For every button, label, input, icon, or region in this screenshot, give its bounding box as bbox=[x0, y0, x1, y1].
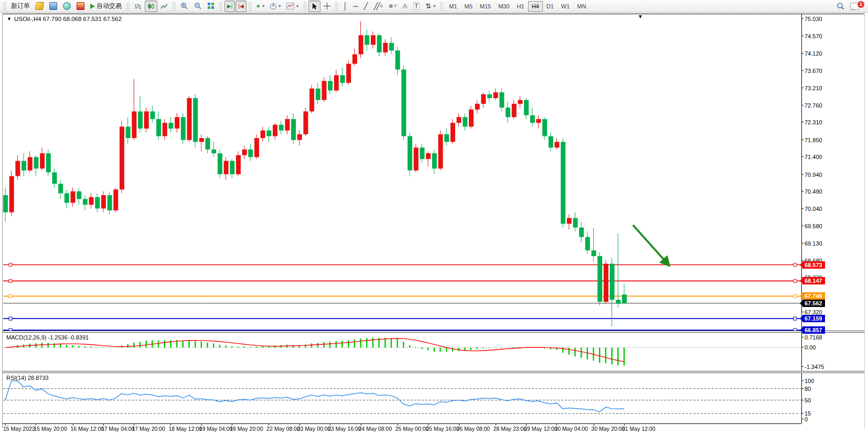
crosshair-button[interactable] bbox=[321, 1, 333, 12]
price-tick: 70.040 bbox=[805, 206, 822, 212]
toolbar-grip[interactable] bbox=[219, 2, 222, 10]
auto-scroll-icon: ▶| bbox=[227, 3, 232, 9]
cursor-button[interactable] bbox=[308, 1, 320, 12]
bar-chart-button[interactable] bbox=[132, 1, 144, 12]
trendline-icon: ╱ bbox=[364, 3, 368, 9]
text-tool[interactable]: A bbox=[400, 1, 410, 12]
mt4-application: 新订单 自动交易 ▶| |◀ bbox=[0, 0, 868, 435]
tile-windows-button[interactable] bbox=[205, 1, 217, 12]
macd-canvas[interactable] bbox=[3, 333, 801, 371]
horizontal-line-tool[interactable]: ─ bbox=[350, 1, 360, 12]
signals-button[interactable] bbox=[60, 1, 73, 12]
search-icon bbox=[837, 2, 844, 10]
line-chart-icon bbox=[160, 3, 168, 10]
one-click-trading-toggle[interactable]: ▼ bbox=[7, 16, 12, 22]
vertical-line-tool[interactable]: │ bbox=[340, 1, 350, 12]
timeframe-m5[interactable]: M5 bbox=[461, 1, 476, 12]
tile-windows-icon bbox=[208, 3, 215, 9]
price-tick: 70.490 bbox=[805, 188, 822, 195]
time-label: 19 May 04:00 bbox=[199, 426, 233, 432]
indicators-button[interactable]: ▾ bbox=[284, 1, 301, 12]
toolbar-grip[interactable] bbox=[303, 2, 306, 10]
toolbar-grip[interactable] bbox=[335, 2, 338, 10]
auto-scroll-button[interactable]: ▶| bbox=[224, 1, 235, 12]
channel-icon: ╱╱ bbox=[373, 3, 379, 9]
time-label: 19 May 20:00 bbox=[230, 426, 263, 432]
market-button[interactable] bbox=[74, 1, 87, 12]
arrows-tool[interactable]: ⇅ ▾ bbox=[423, 1, 438, 12]
timeframe-m1[interactable]: M1 bbox=[445, 1, 460, 12]
vertical-line-icon: │ bbox=[343, 3, 347, 9]
timeframe-w1[interactable]: W1 bbox=[558, 1, 574, 12]
price-tag-66.857[interactable]: 66.857 bbox=[802, 326, 825, 334]
scroll-end-marker[interactable]: ▼ bbox=[638, 14, 643, 19]
trendline-tool[interactable]: ╱ bbox=[361, 1, 371, 12]
macd-tick: 0.00 bbox=[805, 344, 816, 351]
rsi-canvas[interactable] bbox=[3, 374, 801, 423]
signals-icon bbox=[63, 2, 71, 10]
window-right-edge bbox=[864, 14, 865, 428]
time-label: 26 May 08:00 bbox=[457, 426, 490, 432]
timeframe-m15[interactable]: M15 bbox=[476, 1, 495, 12]
symbol-ohlc-label: USOil-,H4 67.790 68.068 67.531 67.562 bbox=[14, 16, 122, 22]
price-tag-67.159[interactable]: 67.159 bbox=[802, 315, 825, 322]
price-tick: 70.940 bbox=[805, 172, 822, 178]
time-label: 17 May 20:00 bbox=[132, 426, 165, 432]
price-tick: 75.030 bbox=[805, 16, 822, 22]
timeframe-d1[interactable]: D1 bbox=[543, 1, 558, 12]
arrow-drawing-object[interactable] bbox=[629, 222, 677, 274]
price-tag-68.573[interactable]: 68.573 bbox=[802, 261, 825, 269]
periods-button[interactable]: ▾ bbox=[267, 1, 283, 12]
window-left-edge bbox=[2, 14, 3, 428]
price-tag-67.749[interactable]: 67.749 bbox=[802, 292, 825, 300]
terminal-icon bbox=[49, 2, 57, 10]
toolbar-grip[interactable] bbox=[249, 2, 252, 10]
time-label: 30 May 04:00 bbox=[554, 426, 588, 432]
indicators-icon bbox=[286, 3, 294, 9]
time-label: 30 May 20:00 bbox=[592, 426, 625, 432]
time-label: 15 May 20:00 bbox=[34, 426, 67, 432]
timeframe-h4[interactable]: H4 bbox=[528, 1, 543, 12]
search-button[interactable] bbox=[834, 1, 847, 12]
candlestick-chart-button[interactable] bbox=[145, 1, 157, 12]
time-label: 15 May 2023 bbox=[3, 426, 35, 432]
price-tag-68.147[interactable]: 68.147 bbox=[802, 277, 825, 284]
dropdown-icon: ▾ bbox=[296, 4, 298, 8]
rsi-tick: 0 bbox=[805, 416, 808, 422]
toolbar-grip[interactable] bbox=[126, 2, 130, 10]
terminal-button[interactable] bbox=[47, 1, 60, 12]
fibonacci-tool[interactable]: ≡ F bbox=[386, 1, 399, 12]
new-order-button[interactable]: 新订单 bbox=[8, 1, 33, 12]
price-tick: 74.120 bbox=[805, 50, 822, 57]
timeframe-mn[interactable]: MN bbox=[573, 1, 590, 12]
charts-button[interactable] bbox=[33, 1, 46, 12]
dropdown-icon: ▾ bbox=[278, 4, 281, 8]
pane-separator-macd[interactable] bbox=[3, 331, 864, 333]
chart-shift-button[interactable]: |◀ bbox=[235, 1, 246, 12]
price-axis-line bbox=[801, 14, 802, 423]
notifications-button[interactable]: 1 bbox=[848, 1, 866, 12]
autotrading-button[interactable]: 自动交易 bbox=[88, 1, 124, 12]
line-chart-button[interactable] bbox=[158, 1, 170, 12]
new-chart-button[interactable]: + ▾ bbox=[254, 1, 267, 12]
price-tick: 72.310 bbox=[805, 119, 822, 125]
equidistant-channel-tool[interactable]: ╱╱ E bbox=[371, 1, 385, 12]
pane-separator-rsi[interactable] bbox=[3, 371, 864, 373]
text-tool-icon: A bbox=[403, 3, 408, 9]
price-tag-67.562[interactable]: 67.562 bbox=[802, 300, 825, 307]
timeframe-h1[interactable]: H1 bbox=[513, 1, 528, 12]
macd-tick: 0.7168 bbox=[805, 334, 822, 341]
timeframe-m30[interactable]: M30 bbox=[495, 1, 513, 12]
toolbar-grip[interactable] bbox=[440, 2, 443, 10]
label-tool[interactable]: T bbox=[411, 1, 423, 12]
toolbar-grip[interactable] bbox=[173, 2, 176, 10]
time-label: 24 May 08:00 bbox=[359, 426, 392, 432]
main-chart-canvas[interactable] bbox=[3, 14, 801, 331]
toolbar-grip[interactable] bbox=[3, 2, 6, 10]
rsi-tick: 50 bbox=[805, 397, 811, 404]
zoom-in-button[interactable] bbox=[178, 1, 191, 12]
autotrading-label: 自动交易 bbox=[97, 2, 122, 10]
candlestick-chart-icon bbox=[147, 3, 155, 10]
price-tick: 69.580 bbox=[805, 223, 822, 229]
zoom-out-button[interactable] bbox=[191, 1, 205, 12]
